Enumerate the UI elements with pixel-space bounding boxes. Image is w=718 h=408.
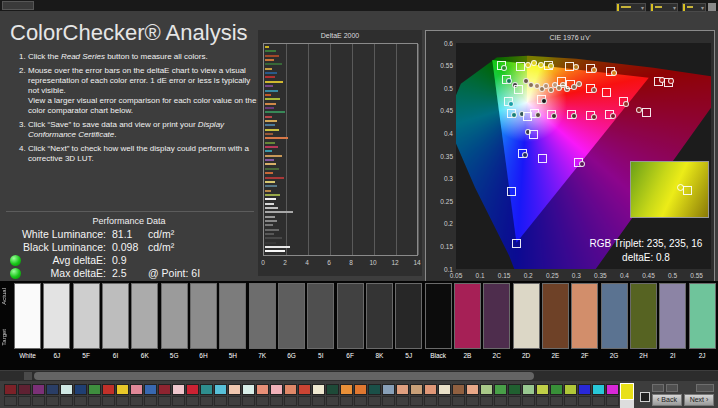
deltae-bar[interactable]: [265, 46, 269, 48]
window-tab[interactable]: [2, 1, 34, 10]
deltae-bar[interactable]: [265, 185, 277, 187]
source-selector-dropdown[interactable]: ▾: [650, 3, 678, 12]
deltae-bar[interactable]: [265, 172, 273, 174]
deltae-bar[interactable]: [265, 190, 271, 192]
patch-swatch[interactable]: [438, 384, 451, 395]
patch-swatch[interactable]: [144, 384, 157, 395]
deltae-bar[interactable]: [265, 116, 272, 118]
deltae-bar[interactable]: [265, 63, 282, 65]
deltae-bar[interactable]: [265, 68, 272, 70]
deltae-bar[interactable]: [265, 55, 279, 57]
patch-swatch[interactable]: [508, 384, 521, 395]
patch-swatch[interactable]: [116, 384, 129, 395]
deltae-bar[interactable]: [265, 229, 279, 231]
deltae-bar[interactable]: [265, 142, 275, 144]
deltae-bar[interactable]: [265, 111, 285, 113]
meter-selector-dropdown[interactable]: ▾: [616, 3, 646, 12]
deltae-bar[interactable]: [265, 120, 277, 122]
patch-swatch[interactable]: [536, 384, 549, 395]
deltae-bar[interactable]: [265, 168, 279, 170]
patch-swatch[interactable]: [480, 384, 493, 395]
deltae-bar[interactable]: [265, 59, 274, 61]
patch-swatch[interactable]: [284, 384, 297, 395]
deltae-bar[interactable]: [265, 85, 273, 87]
deltae-bar[interactable]: [265, 129, 279, 131]
selected-patch[interactable]: [620, 383, 634, 400]
deltae-bar[interactable]: [265, 163, 276, 165]
deltae-bar[interactable]: [265, 211, 293, 213]
next-button[interactable]: Next ›: [684, 394, 714, 406]
deltae-bar[interactable]: [265, 237, 282, 239]
deltae-bar[interactable]: [265, 207, 278, 209]
patch-swatch[interactable]: [424, 384, 437, 395]
deltae-bar[interactable]: [265, 150, 272, 152]
patch-swatch[interactable]: [550, 384, 563, 395]
patch-swatch[interactable]: [354, 384, 367, 395]
patch-swatch[interactable]: [214, 384, 227, 395]
deltae-bar[interactable]: [265, 198, 276, 200]
deltae-bar[interactable]: [265, 233, 274, 235]
deltae-bar[interactable]: [265, 94, 271, 96]
deltae-bar[interactable]: [265, 146, 278, 148]
deltae-bar[interactable]: [265, 90, 278, 92]
deltae-bar[interactable]: [265, 76, 275, 78]
patch-swatch[interactable]: [242, 384, 255, 395]
patch-indicator-button[interactable]: [640, 392, 650, 402]
patch-swatch[interactable]: [74, 384, 87, 395]
patch-swatch[interactable]: [256, 384, 269, 395]
scrollbar-left-button[interactable]: [24, 372, 32, 380]
deltae-bar[interactable]: [265, 133, 273, 135]
patch-swatch[interactable]: [578, 384, 591, 395]
deltae-bar[interactable]: [265, 181, 275, 183]
patch-swatch[interactable]: [564, 384, 577, 395]
patch-swatch[interactable]: [606, 384, 619, 395]
pager-button-2[interactable]: [666, 384, 678, 392]
patch-swatch[interactable]: [228, 384, 241, 395]
patch-swatch[interactable]: [494, 384, 507, 395]
patch-swatch[interactable]: [410, 384, 423, 395]
patch-swatch[interactable]: [186, 384, 199, 395]
patch-swatch[interactable]: [88, 384, 101, 395]
back-button[interactable]: ‹ Back: [652, 394, 682, 406]
deltae-bar[interactable]: [265, 72, 277, 74]
patch-swatch[interactable]: [452, 384, 465, 395]
deltae-bar[interactable]: [265, 203, 274, 205]
patch-swatch[interactable]: [200, 384, 213, 395]
patch-swatch[interactable]: [298, 384, 311, 395]
horizontal-scrollbar-thumb[interactable]: [34, 372, 534, 380]
patch-swatch[interactable]: [270, 384, 283, 395]
patch-swatch[interactable]: [18, 384, 31, 395]
patch-swatch[interactable]: [592, 384, 605, 395]
deltae-bar[interactable]: [265, 124, 275, 126]
deltae-bar[interactable]: [265, 246, 290, 248]
deltae-bar[interactable]: [265, 137, 288, 139]
deltae-bar[interactable]: [265, 220, 277, 222]
pager-button-3[interactable]: [696, 384, 714, 392]
deltae-bar[interactable]: [265, 155, 282, 157]
patch-swatch[interactable]: [466, 384, 479, 395]
patch-swatch[interactable]: [4, 384, 17, 395]
pager-button-1[interactable]: [652, 384, 664, 392]
patch-swatch[interactable]: [396, 384, 409, 395]
display-selector-dropdown[interactable]: ▾: [682, 3, 706, 12]
patch-swatch[interactable]: [130, 384, 143, 395]
patch-swatch[interactable]: [340, 384, 353, 395]
deltae-bar[interactable]: [265, 194, 280, 196]
deltae-bar[interactable]: [265, 224, 273, 226]
deltae-bar[interactable]: [265, 177, 284, 179]
patch-swatch[interactable]: [522, 384, 535, 395]
patch-swatch[interactable]: [326, 384, 339, 395]
deltae-bar[interactable]: [265, 50, 276, 52]
deltae-bar[interactable]: [265, 103, 276, 105]
patch-swatch[interactable]: [102, 384, 115, 395]
deltae-bar[interactable]: [265, 107, 274, 109]
toolbar-button[interactable]: [708, 3, 716, 11]
patch-swatch[interactable]: [382, 384, 395, 395]
patch-swatch[interactable]: [60, 384, 73, 395]
deltae-bar[interactable]: [265, 216, 275, 218]
patch-swatch[interactable]: [312, 384, 325, 395]
deltae-bar[interactable]: [265, 81, 283, 83]
deltae-bar[interactable]: [265, 250, 285, 252]
patch-swatch[interactable]: [172, 384, 185, 395]
patch-swatch[interactable]: [368, 384, 381, 395]
